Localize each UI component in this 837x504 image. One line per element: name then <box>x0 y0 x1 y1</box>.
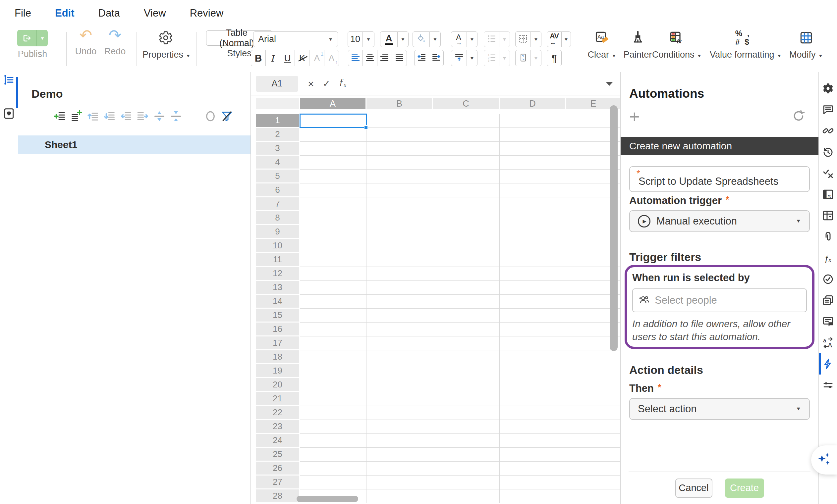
move-column-left-icon[interactable] <box>120 110 132 123</box>
cell-A10[interactable] <box>300 239 367 253</box>
row-header-23[interactable]: 23 <box>256 420 299 433</box>
cell-B20[interactable] <box>367 378 433 392</box>
cell-B11[interactable] <box>367 253 433 267</box>
cell-B23[interactable] <box>367 420 433 434</box>
vertical-align-button[interactable] <box>451 50 467 66</box>
cell-C23[interactable] <box>433 420 500 434</box>
action-select[interactable]: Select action ▼ <box>629 398 810 420</box>
letter-spacing-button[interactable]: AV↔ <box>547 32 562 47</box>
cell-D12[interactable] <box>500 267 566 281</box>
cell-C26[interactable] <box>433 462 500 475</box>
subscript-button[interactable]: A1 <box>324 50 339 66</box>
font-color-button[interactable]: A <box>380 32 398 47</box>
cell-A23[interactable] <box>300 420 367 434</box>
version-history-icon[interactable] <box>819 146 837 158</box>
duplicate-icon[interactable] <box>819 294 837 306</box>
cell-E21[interactable] <box>566 392 620 406</box>
cell-D23[interactable] <box>500 420 566 434</box>
move-column-right-icon[interactable] <box>136 110 149 123</box>
cell-D18[interactable] <box>500 350 566 364</box>
cell-D19[interactable] <box>500 364 566 378</box>
vertical-scrollbar[interactable] <box>610 105 618 351</box>
refresh-icon[interactable] <box>792 109 805 124</box>
cell-A12[interactable] <box>300 267 367 281</box>
numbered-list-button[interactable]: 123 <box>484 50 499 66</box>
cell-B6[interactable] <box>367 184 433 198</box>
redo-button[interactable]: ↷ Redo <box>103 26 127 57</box>
cell-A17[interactable] <box>300 336 367 350</box>
cell-D16[interactable] <box>500 322 566 336</box>
cell-A6[interactable] <box>300 184 367 198</box>
cell-B19[interactable] <box>367 364 433 378</box>
row-header-21[interactable]: 21 <box>256 392 299 405</box>
cell-B2[interactable] <box>367 128 433 142</box>
row-header-19[interactable]: 19 <box>256 364 299 377</box>
cell-C4[interactable] <box>433 156 500 170</box>
row-header-1[interactable]: 1 <box>256 114 299 127</box>
cell-E20[interactable] <box>566 378 620 392</box>
cell-D2[interactable] <box>500 128 566 142</box>
menu-review[interactable]: Review <box>190 7 224 19</box>
sheet-tab-sheet1[interactable]: Sheet1 <box>18 135 250 154</box>
row-header-3[interactable]: 3 <box>256 142 299 155</box>
comments-icon[interactable] <box>819 103 837 116</box>
confirm-entry-icon[interactable]: ✓ <box>323 78 331 89</box>
cell-D20[interactable] <box>500 378 566 392</box>
circle-icon[interactable] <box>204 110 217 123</box>
cell-C20[interactable] <box>433 378 500 392</box>
cell-A1[interactable] <box>300 114 367 128</box>
move-row-down-icon[interactable] <box>103 110 116 123</box>
cell-A8[interactable] <box>300 211 367 225</box>
cell-B15[interactable] <box>367 309 433 322</box>
cell-E23[interactable] <box>566 420 620 434</box>
cell-A14[interactable] <box>300 295 367 309</box>
row-header-27[interactable]: 27 <box>256 475 299 488</box>
cell-C12[interactable] <box>433 267 500 281</box>
cell-A2[interactable] <box>300 128 367 142</box>
bold-button[interactable]: B <box>251 50 266 66</box>
cell-D22[interactable] <box>500 406 566 420</box>
modify-group[interactable]: Modify ▼ <box>785 26 828 60</box>
cell-B10[interactable] <box>367 239 433 253</box>
row-header-26[interactable]: 26 <box>256 462 299 474</box>
row-header-10[interactable]: 10 <box>256 239 299 252</box>
settings-icon[interactable] <box>819 82 837 95</box>
column-header-C[interactable]: C <box>433 98 499 109</box>
cell-E22[interactable] <box>566 406 620 420</box>
cell-A15[interactable] <box>300 309 367 322</box>
row-header-12[interactable]: 12 <box>256 267 299 280</box>
align-center-button[interactable] <box>362 50 377 66</box>
custom-functions-icon[interactable]: fx <box>819 188 837 201</box>
cell-D6[interactable] <box>500 184 566 198</box>
cell-C10[interactable] <box>433 239 500 253</box>
cell-A4[interactable] <box>300 156 367 170</box>
cell-C27[interactable] <box>433 475 500 489</box>
row-header-15[interactable]: 15 <box>256 309 299 321</box>
data-validation-icon[interactable] <box>819 167 837 180</box>
publish-button[interactable]: ▼ <box>17 30 48 46</box>
cell-C6[interactable] <box>433 184 500 198</box>
pivot-table-icon[interactable] <box>819 209 837 222</box>
translate-icon[interactable]: aA <box>819 336 837 349</box>
text-wrap-button[interactable] <box>515 50 531 66</box>
cell-C21[interactable] <box>433 392 500 406</box>
expand-rows-icon[interactable] <box>153 110 166 123</box>
row-header-7[interactable]: 7 <box>256 198 299 210</box>
cell-C1[interactable] <box>433 114 500 128</box>
conditions-group[interactable]: fx Conditions ▼ <box>652 26 700 60</box>
cancel-entry-icon[interactable]: × <box>308 78 314 89</box>
cell-A3[interactable] <box>300 142 367 156</box>
align-justify-button[interactable] <box>392 50 407 66</box>
cell-D13[interactable] <box>500 281 566 295</box>
menu-edit[interactable]: Edit <box>55 7 74 19</box>
create-button[interactable]: Create <box>725 479 764 498</box>
row-header-16[interactable]: 16 <box>256 322 299 335</box>
cell-C5[interactable] <box>433 170 500 184</box>
cell-B18[interactable] <box>367 350 433 364</box>
menu-data[interactable]: Data <box>99 7 120 19</box>
select-all-corner[interactable] <box>256 98 299 109</box>
row-header-5[interactable]: 5 <box>256 170 299 183</box>
menu-file[interactable]: File <box>15 7 31 19</box>
align-right-button[interactable] <box>377 50 392 66</box>
cell-B28[interactable] <box>367 489 433 503</box>
